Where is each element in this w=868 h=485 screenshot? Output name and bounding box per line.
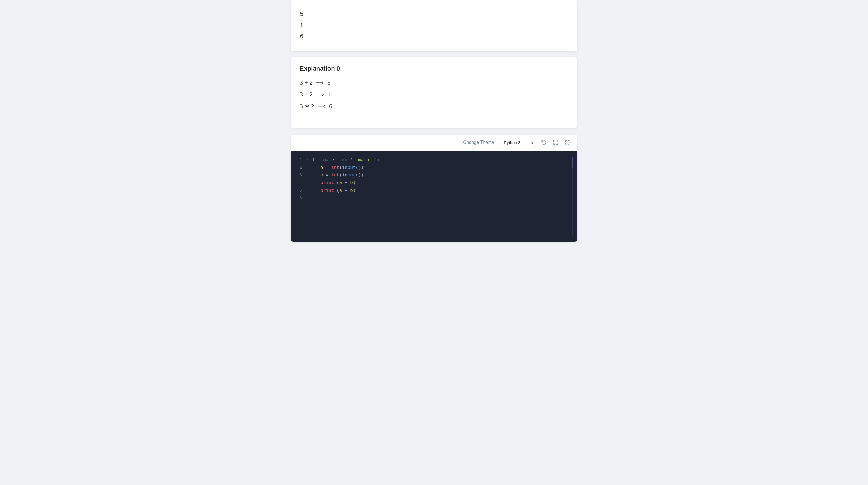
output-card: 5 1 6 <box>291 0 577 51</box>
math-result-1: 5 <box>327 79 331 86</box>
math-expr-2: 3 − 2 <box>300 91 312 98</box>
math-expr-1: 3 + 2 <box>300 79 312 86</box>
collapse-icon-6 <box>307 195 309 200</box>
line-number-3: 3 <box>297 172 307 179</box>
code-area[interactable]: 1 ∨ if __name__ == '__main__': 2 a = int… <box>291 151 577 242</box>
collapse-icon-3 <box>307 172 309 177</box>
collapse-icon-4 <box>307 179 309 185</box>
settings-button[interactable] <box>563 138 571 147</box>
math-arrow-2: ⟹ <box>316 91 324 98</box>
language-select-wrapper: Python 3 Python 2 Java C++ JavaScript ▾ <box>500 138 536 147</box>
code-editor-container: Change Theme Python 3 Python 2 Java C++ … <box>291 135 577 242</box>
collapse-icon-1[interactable]: ∨ <box>307 156 309 162</box>
math-result-2: 1 <box>327 91 331 98</box>
code-editor[interactable]: 1 ∨ if __name__ == '__main__': 2 a = int… <box>291 151 577 242</box>
explanation-line-1: 3 + 2 ⟹ 5 <box>300 79 568 86</box>
output-values: 5 1 6 <box>300 7 568 45</box>
math-arrow-3: ⟹ <box>317 103 326 110</box>
math-arrow-1: ⟹ <box>316 79 324 86</box>
svg-point-0 <box>567 142 568 143</box>
language-select[interactable]: Python 3 Python 2 Java C++ JavaScript <box>500 138 536 147</box>
collapse-icon-2 <box>307 164 309 170</box>
code-content-6 <box>310 195 312 202</box>
line-number-2: 2 <box>297 164 307 171</box>
scrollbar-track[interactable] <box>572 156 573 236</box>
explanation-line-2: 3 − 2 ⟹ 1 <box>300 91 568 98</box>
code-content-2: a = int(input()) <box>310 164 364 172</box>
explanation-card: Explanation 0 3 + 2 ⟹ 5 3 − 2 ⟹ 1 3 ∗ 2 … <box>291 57 577 128</box>
code-content-5: print (a − b) <box>310 187 355 195</box>
scrollbar-thumb[interactable] <box>572 156 573 168</box>
reset-icon <box>541 140 547 145</box>
code-line-4: 4 print (a + b) <box>291 179 577 187</box>
line-number-4: 4 <box>297 179 307 187</box>
code-line-2: 2 a = int(input()) <box>291 164 577 172</box>
fullscreen-button[interactable] <box>551 138 560 147</box>
code-content-3: b = int(input()) <box>310 172 364 179</box>
output-line-1: 5 <box>300 9 568 20</box>
code-content-1: if __name__ == '__main__': <box>310 156 380 164</box>
line-number-1: 1 <box>297 156 307 164</box>
editor-toolbar: Change Theme Python 3 Python 2 Java C++ … <box>291 135 577 151</box>
code-line-5: 5 print (a − b) <box>291 187 577 195</box>
gear-icon <box>564 140 570 145</box>
change-theme-button[interactable]: Change Theme <box>461 139 496 146</box>
line-number-6: 6 <box>297 195 307 202</box>
code-empty-space <box>291 202 577 236</box>
code-line-3: 3 b = int(input()) <box>291 172 577 179</box>
explanation-line-3: 3 ∗ 2 ⟹ 6 <box>300 103 568 110</box>
code-line-6: 6 <box>291 195 577 202</box>
output-line-3: 6 <box>300 31 568 42</box>
fullscreen-icon <box>553 140 558 145</box>
reset-button[interactable] <box>539 138 548 147</box>
explanation-title: Explanation 0 <box>300 65 568 72</box>
math-result-3: 6 <box>329 103 332 110</box>
math-expr-3: 3 ∗ 2 <box>300 103 314 110</box>
code-line-1: 1 ∨ if __name__ == '__main__': <box>291 156 577 164</box>
line-number-5: 5 <box>297 187 307 195</box>
collapse-icon-5 <box>307 187 309 193</box>
output-line-2: 1 <box>300 20 568 31</box>
code-content-4: print (a + b) <box>310 179 355 187</box>
